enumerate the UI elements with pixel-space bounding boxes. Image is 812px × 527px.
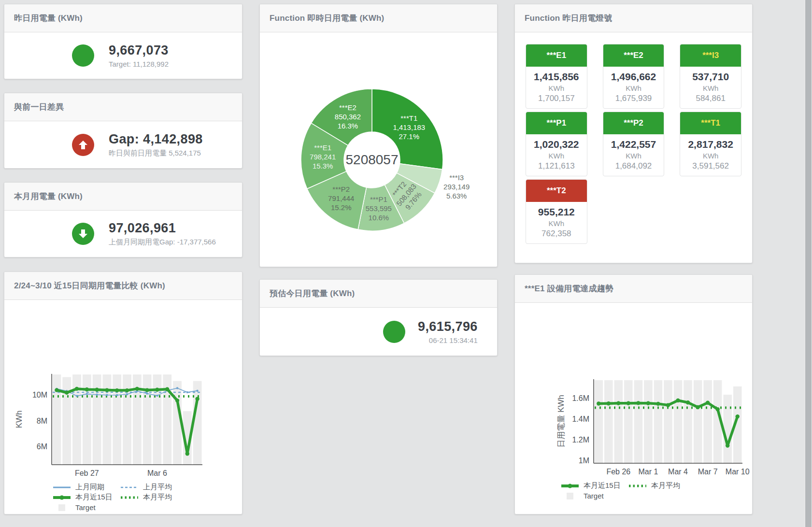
tile-target-value: 1,121,613 [528, 161, 585, 171]
status-circle-green [72, 44, 94, 67]
panel-header: 與前一日差異 [4, 93, 242, 121]
tile-value: 955,212 [528, 206, 585, 218]
panel-day-gap: 與前一日差異 Gap: 4,142,898 昨日與前日用電量 5,524,175 [4, 93, 242, 169]
series-point[interactable] [185, 452, 189, 456]
panel-title[interactable]: Function 即時日用電量 (KWh) [270, 13, 384, 24]
series-point[interactable] [156, 395, 158, 397]
series-point[interactable] [165, 387, 169, 391]
tile-header: ***P1 [526, 112, 587, 134]
series-point[interactable] [126, 393, 128, 395]
series-point[interactable] [95, 388, 99, 392]
tile-target-value: 762,358 [528, 229, 585, 239]
series-point[interactable] [65, 391, 69, 395]
legend-item[interactable]: 上月平均 [120, 483, 188, 492]
donut-label: ***I3293,1495.63% [443, 173, 470, 200]
series-point[interactable] [145, 388, 149, 392]
trend-chart: 1M1.2M1.4M1.6MFeb 26Mar 1Mar 4Mar 7Mar 1… [516, 375, 752, 480]
series-point[interactable] [175, 399, 179, 402]
series-point[interactable] [597, 401, 600, 405]
tile-value: 537,710 [682, 71, 739, 83]
legend-item[interactable]: Target [53, 503, 120, 512]
series-point[interactable] [607, 401, 611, 405]
x-tick-label: Feb 27 [75, 469, 99, 477]
series-point[interactable] [196, 390, 198, 392]
series-point[interactable] [146, 393, 148, 395]
target-bar [684, 380, 692, 463]
series-point[interactable] [115, 388, 119, 392]
series-point[interactable] [75, 387, 79, 391]
series-point[interactable] [676, 399, 680, 402]
target-bar [624, 380, 633, 463]
panel-title[interactable]: 2/24~3/10 近15日同期用電量比較 (KWh) [14, 280, 165, 291]
series-point[interactable] [105, 388, 109, 392]
y-axis-label: 日用電量 KWh [556, 395, 566, 448]
series-point[interactable] [76, 395, 78, 397]
panel-title[interactable]: 預估今日用電量 (KWh) [270, 288, 355, 299]
series-point[interactable] [666, 403, 670, 407]
target-bar [595, 380, 603, 463]
legend-item[interactable]: Target [561, 492, 628, 500]
series-point[interactable] [85, 387, 89, 391]
panel-title[interactable]: Function 昨日用電燈號 [525, 13, 612, 24]
y-axis-label: KWh [14, 411, 24, 428]
scrollbar-thumb[interactable] [805, 0, 812, 527]
thick-line-icon [53, 494, 71, 501]
series-point[interactable] [96, 394, 98, 396]
series-point[interactable] [696, 405, 699, 409]
tile-target-value: 1,700,157 [528, 94, 585, 103]
panel-yesterday-usage: 昨日用電量 (KWh) 9,667,073 Target: 11,128,992 [4, 4, 242, 79]
series-point[interactable] [176, 387, 178, 389]
series-point[interactable] [195, 397, 199, 401]
target-bar [634, 380, 643, 463]
series-point[interactable] [125, 388, 129, 392]
trend-chart-area: 1M1.2M1.4M1.6MFeb 26Mar 1Mar 4Mar 7Mar 1… [515, 375, 752, 501]
series-point[interactable] [86, 393, 88, 395]
tile-header: ***I3 [680, 44, 741, 67]
legend-item[interactable]: 本月平均 [120, 493, 188, 502]
legend-label: Target [584, 492, 604, 500]
series-point[interactable] [656, 402, 660, 406]
series-point[interactable] [186, 391, 188, 393]
series-point[interactable] [706, 401, 710, 405]
panel-title[interactable]: 與前一日差異 [14, 101, 64, 113]
y-tick-label: 6M [37, 442, 47, 451]
light-tile: ***T2955,212KWh762,358 [526, 179, 587, 244]
panel-title[interactable]: 昨日用電量 (KWh) [14, 13, 83, 24]
tile-body: 1,415,856KWh1,700,157 [526, 67, 587, 108]
panel-e1-trend: ***E1 設備用電達成趨勢 1M1.2M1.4M1.6MFeb 26Mar 1… [514, 274, 753, 514]
stat-subtext: 昨日與前日用電量 5,524,175 [109, 149, 203, 158]
target-bar [654, 380, 663, 463]
target-bar [604, 380, 613, 463]
series-point[interactable] [55, 388, 58, 392]
tile-header: ***T2 [526, 180, 587, 202]
series-point[interactable] [155, 388, 159, 392]
target-bar [103, 374, 112, 465]
line-icon [53, 484, 71, 491]
target-bar [694, 380, 702, 463]
tile-target-value: 1,675,939 [605, 94, 662, 103]
series-point[interactable] [627, 401, 630, 405]
series-point[interactable] [106, 394, 108, 396]
series-point[interactable] [686, 400, 690, 404]
series-point[interactable] [636, 401, 640, 405]
tile-header: ***E1 [526, 44, 587, 67]
legend-item[interactable]: 本月近15日 [53, 493, 120, 502]
series-point[interactable] [716, 407, 720, 411]
series-point[interactable] [116, 394, 118, 396]
legend-item[interactable]: 本月平均 [628, 481, 696, 490]
tile-label: ***E2 [624, 51, 643, 60]
legend-item[interactable]: 本月近15日 [561, 481, 628, 490]
compare-legend: 上月同期上月平均本月近15日本月平均Target [53, 482, 242, 513]
series-point[interactable] [135, 387, 139, 391]
tile-header: ***T1 [680, 112, 741, 134]
donut-svg: ***T11,413,18327.1%***I3293,1495.63%***T… [260, 32, 498, 267]
target-bar [703, 380, 712, 463]
series-point[interactable] [726, 443, 729, 447]
light-tile: ***T12,817,832KWh3,591,562 [680, 112, 741, 176]
panel-title[interactable]: ***E1 設備用電達成趨勢 [525, 283, 613, 294]
panel-title[interactable]: 本月用電量 (KWh) [14, 191, 83, 202]
series-point[interactable] [616, 401, 620, 405]
legend-item[interactable]: 上月同期 [53, 483, 120, 492]
series-point[interactable] [646, 401, 650, 405]
series-point[interactable] [736, 414, 740, 418]
